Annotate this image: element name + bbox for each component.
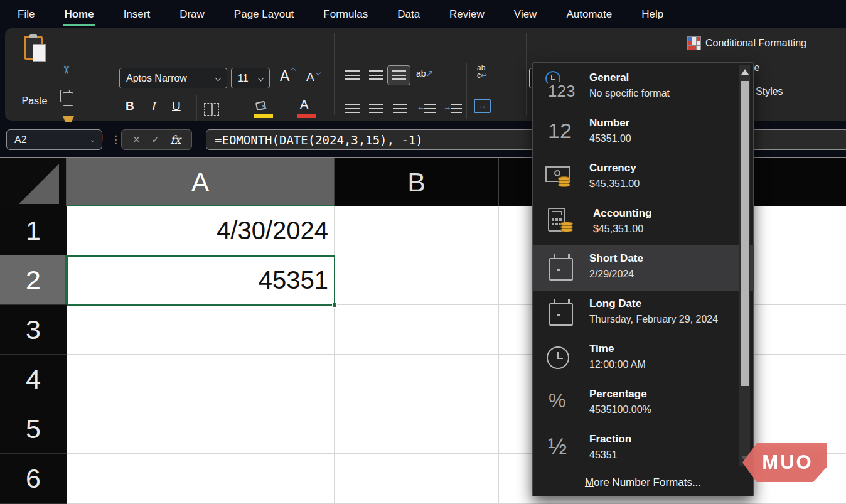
row-header-5[interactable]: 5 (0, 404, 67, 454)
format-option-general[interactable]: 123 General No specific format (533, 65, 742, 110)
cell-E3[interactable] (827, 305, 846, 355)
cell-E1[interactable] (827, 206, 846, 255)
paste-page-icon (33, 44, 46, 62)
cell-A6[interactable] (67, 454, 335, 504)
row-header-2[interactable]: 2 (0, 255, 67, 305)
menu-automate[interactable]: Automate (566, 8, 612, 21)
formula-buttons: ✕ ✓ fx (121, 129, 192, 150)
accounting-format-icon (542, 205, 581, 240)
cell-E2[interactable] (827, 255, 846, 305)
format-option-long-date[interactable]: Long Date Thursday, February 29, 2024 (533, 291, 742, 336)
column-header-a[interactable]: A (67, 158, 335, 206)
format-option-short-date[interactable]: Short Date 2/29/2024 (533, 245, 754, 291)
font-size-combo[interactable]: 11 (231, 68, 270, 88)
number-format-dropdown: 123 General No specific format 12 Number… (532, 62, 754, 496)
menu-view[interactable]: View (514, 8, 537, 21)
menu-help[interactable]: Help (641, 8, 663, 21)
column-header-b[interactable]: B (335, 158, 499, 206)
cell-A5[interactable] (67, 404, 335, 454)
top-align-icon[interactable] (345, 70, 360, 80)
cell-B6[interactable] (335, 454, 499, 504)
row-header-6[interactable]: 6 (0, 454, 67, 504)
format-option-sample: $45,351.00 (593, 223, 643, 235)
format-option-currency[interactable]: Currency $45,351.00 (533, 155, 742, 200)
more-number-formats-button[interactable]: More Number Formats... (533, 469, 753, 496)
menu-home[interactable]: Home (64, 8, 94, 21)
wrap-text-icon[interactable]: ab c↩ (477, 64, 487, 79)
middle-align-icon[interactable] (369, 70, 383, 80)
name-box-chevron-icon: ⌄ (90, 136, 95, 144)
menu-draw[interactable]: Draw (179, 8, 205, 21)
format-option-sample: $45,351.00 (589, 178, 640, 190)
copy-icon[interactable] (60, 90, 70, 102)
cell-A4[interactable] (67, 355, 335, 404)
enter-button[interactable]: ✓ (151, 134, 159, 146)
bold-button[interactable]: B (126, 99, 134, 113)
menu-review[interactable]: Review (449, 8, 485, 21)
menu-file[interactable]: File (18, 8, 35, 21)
separator (196, 95, 197, 121)
cut-icon[interactable]: ✂ (59, 65, 73, 75)
paste-button[interactable]: Paste (18, 95, 51, 107)
separator (466, 63, 467, 119)
short-date-format-icon (542, 250, 581, 286)
scrollbar-thumb[interactable] (741, 81, 749, 386)
italic-button[interactable]: I (151, 99, 156, 113)
format-option-fraction[interactable]: ½ Fraction 45351 (533, 426, 742, 471)
insert-function-button[interactable]: fx (170, 133, 181, 146)
cell-E4[interactable] (827, 355, 846, 404)
menu-formulas[interactable]: Formulas (323, 8, 368, 21)
format-option-sample: 12:00:00 AM (589, 359, 646, 370)
format-option-sample: Thursday, February 29, 2024 (589, 314, 718, 325)
menu-insert[interactable]: Insert (124, 8, 151, 21)
name-box-value: A2 (14, 134, 27, 146)
muo-watermark: MUO (742, 443, 827, 482)
row-header-1[interactable]: 1 (0, 206, 67, 255)
fill-handle[interactable] (332, 303, 337, 308)
menu-page-layout[interactable]: Page Layout (234, 8, 294, 21)
active-cell-selection[interactable] (67, 255, 335, 306)
format-option-sample: 45351 (589, 449, 618, 461)
group-separator (526, 33, 527, 115)
row-header-3[interactable]: 3 (0, 305, 67, 355)
dropdown-scrollbar[interactable] (739, 65, 750, 466)
format-option-label: Time (589, 343, 614, 355)
cell-B3[interactable] (335, 305, 499, 355)
scroll-up-arrow-icon[interactable] (741, 69, 749, 75)
fraction-format-icon: ½ (542, 431, 581, 466)
format-option-percentage[interactable]: % Percentage 4535100.00% (533, 381, 742, 426)
decrease-font-size-button[interactable]: A (306, 70, 314, 84)
align-right-icon[interactable] (393, 104, 407, 113)
cell-B2[interactable] (335, 255, 499, 305)
cell-B4[interactable] (335, 355, 499, 404)
borders-icon[interactable] (204, 103, 219, 116)
formula-bar-grip-icon[interactable]: ⋮ (110, 133, 121, 146)
cell-E6[interactable] (827, 454, 846, 504)
cell-E5[interactable] (827, 404, 846, 454)
font-name-combo[interactable]: Aptos Narrow (119, 68, 227, 88)
increase-font-size-button[interactable]: A (280, 68, 289, 85)
menubar: File Home Insert Draw Page Layout Formul… (0, 0, 846, 28)
cell-B1[interactable] (335, 206, 499, 255)
cell-B5[interactable] (335, 404, 499, 454)
row-header-4[interactable]: 4 (0, 355, 67, 404)
menu-data[interactable]: Data (397, 8, 420, 21)
cell-A1[interactable]: 4/30/2024 (67, 206, 335, 255)
format-option-accounting[interactable]: Accounting $45,351.00 (533, 200, 742, 245)
align-left-icon[interactable] (345, 104, 360, 113)
orientation-icon[interactable]: ab↗ (416, 68, 434, 79)
font-color-button[interactable]: A (300, 97, 308, 112)
font-size-chevron-icon (258, 75, 264, 82)
cancel-button[interactable]: ✕ (132, 134, 141, 146)
format-option-label: Number (589, 117, 629, 129)
format-option-number[interactable]: 12 Number 45351.00 (533, 110, 742, 155)
cell-A3[interactable] (67, 305, 335, 355)
select-all-corner[interactable] (0, 158, 67, 206)
column-header-e[interactable] (827, 158, 846, 206)
align-center-icon[interactable] (369, 104, 383, 113)
conditional-formatting-button[interactable]: Conditional Formatting (705, 38, 806, 49)
merge-center-icon[interactable]: ↔ (474, 99, 491, 113)
format-option-time[interactable]: Time 12:00:00 AM (533, 336, 742, 381)
underline-button[interactable]: U (172, 99, 181, 113)
name-box[interactable]: A2 ⌄ (6, 129, 102, 150)
